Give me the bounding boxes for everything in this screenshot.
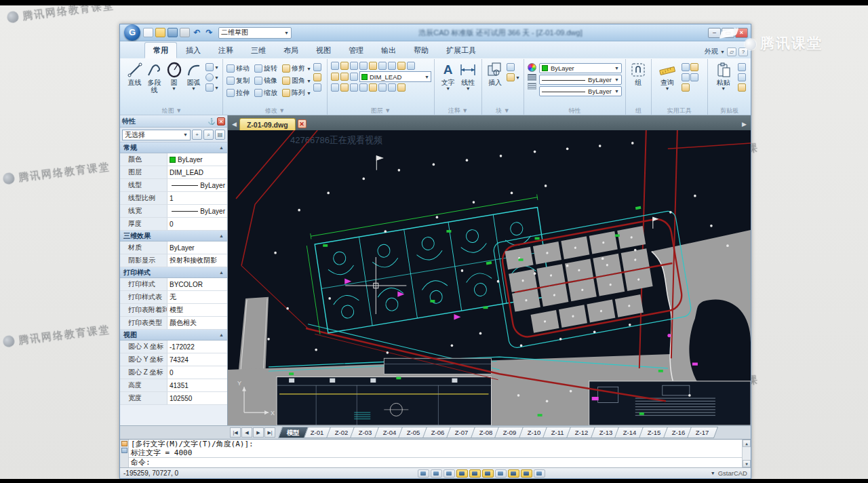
layer-tool-icon[interactable] [331, 62, 339, 70]
distance-icon[interactable] [682, 73, 690, 81]
panel-label[interactable]: 图层 ▼ [328, 107, 434, 115]
property-row[interactable]: 线型比例1 [120, 192, 227, 205]
minimize-button[interactable]: – [708, 28, 721, 38]
erase-tool[interactable] [313, 63, 321, 71]
donut-tool[interactable]: ▼ [205, 73, 219, 81]
property-row[interactable]: 打印表类型颜色相关 [120, 317, 227, 330]
inquiry-button[interactable]: 查询 ▼ [655, 60, 679, 91]
list-icon[interactable] [682, 83, 690, 92]
block-edit-tool[interactable] [507, 63, 520, 71]
modify-镜像-button[interactable]: 镜像 [254, 76, 277, 85]
layer-tool-icon[interactable] [388, 62, 396, 70]
panel-label[interactable]: 组 [626, 107, 651, 115]
section-header[interactable]: 视图▲ [120, 330, 227, 341]
panel-label[interactable]: 修改 ▼ [223, 107, 327, 115]
modify-缩放-button[interactable]: 缩放 [254, 88, 277, 98]
command-line-text[interactable]: 命令: [129, 457, 742, 467]
ribbon-tab-三维[interactable]: 三维 [242, 42, 275, 58]
property-row[interactable]: 宽度102550 [120, 392, 227, 405]
layer-tool-icon[interactable] [340, 62, 349, 70]
layer-tool-icon[interactable] [350, 62, 358, 70]
ribbon-tab-扩展工具[interactable]: 扩展工具 [437, 42, 485, 58]
modify-拉伸-button[interactable]: 拉伸 [226, 88, 250, 98]
layer-tool-icon[interactable] [397, 62, 406, 70]
ribbon-tab-布局[interactable]: 布局 [275, 42, 307, 58]
property-row[interactable]: 打印样式表无 [120, 291, 227, 304]
select-objects-button[interactable]: ⌕ [203, 130, 214, 140]
property-row[interactable]: 圆心 Y 坐标74324 [120, 353, 227, 366]
modify-阵列-button[interactable]: 阵列▼ [282, 88, 311, 98]
explode-tool[interactable] [313, 73, 321, 81]
section-header[interactable]: 三维效果▲ [120, 231, 227, 242]
panel-label[interactable]: 注释 ▼ [435, 107, 481, 115]
cut-icon[interactable] [738, 63, 746, 71]
layer-tool-icon[interactable] [340, 83, 349, 92]
circle-button[interactable]: 圆 ▼ [164, 60, 184, 91]
layer-tool-icon[interactable] [378, 83, 387, 92]
polyline-button[interactable]: 多段线 [144, 60, 164, 94]
block-attr-tool[interactable]: ▼ [507, 73, 520, 81]
toggle-lwt[interactable] [521, 469, 532, 478]
next-layout-icon[interactable]: ▶ [253, 427, 264, 438]
toggle-osnap[interactable] [469, 469, 481, 478]
layer-tool-icon[interactable] [359, 83, 368, 92]
rectangle-tool[interactable]: ▼ [205, 63, 219, 71]
layer-dropdown[interactable]: DIM_LEAD▼ [359, 71, 431, 82]
join-tool[interactable] [313, 83, 321, 92]
property-row[interactable]: 阴影显示投射和接收阴影 [120, 254, 227, 267]
property-row[interactable]: 厚度0 [120, 218, 227, 231]
ribbon-tab-插入[interactable]: 插入 [177, 42, 210, 58]
id-point-icon[interactable] [682, 63, 690, 71]
toggle-ortho[interactable] [443, 469, 455, 478]
layer-tool-icon[interactable] [331, 83, 339, 92]
layer-thaw-icon[interactable] [340, 73, 349, 81]
print-icon[interactable] [180, 28, 190, 37]
toggle-dyn[interactable] [508, 469, 519, 478]
panel-label[interactable]: 绘图 ▼ [121, 107, 222, 115]
layer-tool-icon[interactable] [369, 62, 377, 70]
toggle-otrack[interactable] [482, 469, 494, 478]
undo-icon[interactable]: ↶ [192, 28, 202, 37]
toggle-model[interactable] [534, 469, 545, 478]
panel-label[interactable]: 特性 [524, 107, 625, 115]
property-row[interactable]: 线型ByLayer [120, 179, 227, 192]
ribbon-tab-注释[interactable]: 注释 [210, 42, 242, 58]
workspace-dropdown[interactable]: 二维草图▼ [218, 27, 292, 39]
ribbon-tab-输出[interactable]: 输出 [372, 42, 405, 58]
layer-tool-icon[interactable] [378, 62, 387, 70]
modify-复制-button[interactable]: 复制 [226, 76, 250, 85]
open-file-icon[interactable] [155, 28, 165, 37]
command-window-icon[interactable] [121, 448, 127, 453]
layer-tool-icon[interactable] [359, 62, 368, 70]
tab-scroll-right-icon[interactable]: ▶ [739, 121, 749, 130]
linetype-icon[interactable] [528, 83, 536, 90]
toggle-snap[interactable] [418, 469, 429, 478]
insert-block-button[interactable]: 插入 [486, 60, 505, 86]
linetype-dropdown[interactable]: ByLayer▼ [539, 86, 622, 96]
property-row[interactable]: 材质ByLayer [120, 242, 227, 254]
scroll-up-icon[interactable]: ▲ [743, 440, 751, 447]
ribbon-minimize-icon[interactable]: ▱ [727, 47, 736, 56]
property-row[interactable]: 打印表附着到模型 [120, 304, 227, 317]
layer-tool-icon[interactable] [397, 83, 406, 92]
toggle-polar[interactable] [456, 469, 468, 478]
paste-button[interactable]: 粘贴 ▼ [711, 60, 736, 91]
panel-label[interactable]: 剪贴板 [708, 107, 751, 115]
quick-select-button[interactable]: ▤ [215, 130, 225, 140]
drawing-tab[interactable]: Z-01-09.dwg [239, 118, 296, 130]
toggle-pickadd-button[interactable]: + [192, 130, 202, 140]
palette-close-icon[interactable]: ✕ [217, 117, 225, 125]
selection-dropdown[interactable]: 无选择▼ [122, 130, 191, 140]
quick-calc-icon[interactable] [690, 63, 698, 71]
layer-tool-icon[interactable] [369, 83, 377, 92]
arc-button[interactable]: 圆弧 ▼ [184, 60, 203, 91]
new-file-icon[interactable] [143, 28, 153, 37]
property-row[interactable]: 线宽ByLayer [120, 205, 227, 218]
ribbon-tab-管理[interactable]: 管理 [340, 42, 372, 58]
copy-clip-icon[interactable] [738, 73, 746, 81]
toggle-grid[interactable] [431, 469, 442, 478]
color-dropdown[interactable]: ByLayer▼ [539, 63, 622, 73]
tab-Z-17[interactable]: Z-17 [687, 427, 718, 438]
ribbon-tab-视图[interactable]: 视图 [307, 42, 340, 58]
layer-tool-icon[interactable] [350, 83, 358, 92]
